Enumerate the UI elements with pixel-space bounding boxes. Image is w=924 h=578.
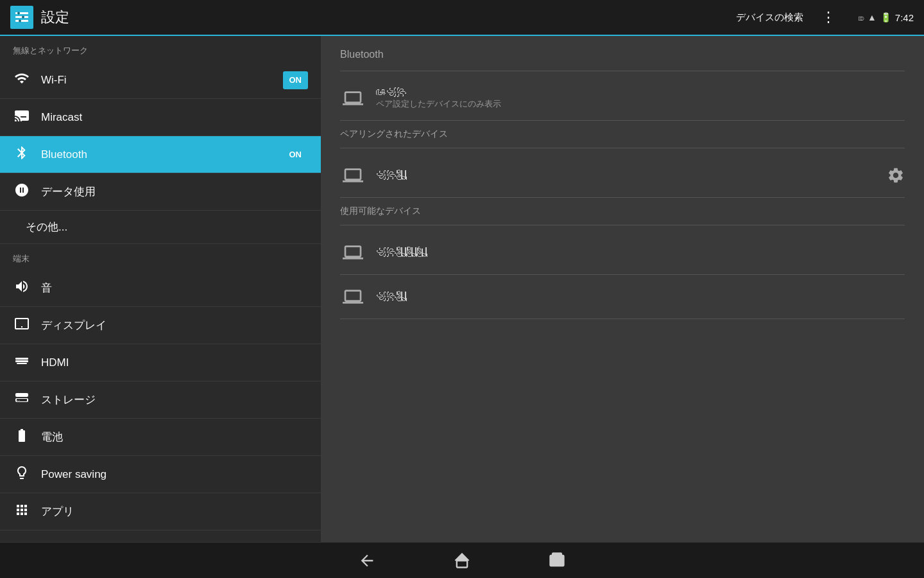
sidebar-item-bluetooth[interactable]: Bluetooth ON bbox=[0, 136, 321, 173]
apps-label: アプリ bbox=[41, 504, 308, 519]
sidebar: 無線とネットワーク Wi-Fi ON Miracast bbox=[0, 36, 321, 542]
page-title: 設定 bbox=[41, 8, 69, 27]
svg-point-3 bbox=[17, 12, 20, 15]
status-bar: ⎄ ▲ 🔋 7:42 bbox=[859, 12, 914, 23]
sidebar-item-apps[interactable]: アプリ bbox=[0, 493, 321, 530]
paired-divider bbox=[340, 148, 905, 148]
wifi-label: Wi-Fi bbox=[41, 74, 273, 87]
svg-rect-11 bbox=[552, 553, 561, 563]
hdmi-label: HDMI bbox=[41, 356, 308, 369]
display-icon bbox=[13, 316, 31, 335]
home-button[interactable] bbox=[453, 552, 471, 570]
available-device-name-1: ꧁꧂꧃꧄꧅ bbox=[376, 247, 905, 258]
this-device-name: ꦰ꧁꧂ bbox=[376, 87, 501, 98]
content-title: Bluetooth bbox=[340, 49, 905, 60]
wifi-icon bbox=[13, 71, 31, 89]
this-device-row: ꦰ꧁꧂ ペア設定したデバイスにのみ表示 bbox=[340, 76, 905, 121]
sound-label: 音 bbox=[41, 281, 308, 295]
paired-section-label: ペアリングされたデバイス bbox=[340, 121, 905, 143]
search-devices-button[interactable]: デバイスの検索 bbox=[731, 9, 809, 26]
available-device-row-1[interactable]: ꧁꧂꧃꧄꧅ bbox=[340, 231, 905, 275]
settings-icon-box bbox=[10, 6, 33, 29]
svg-rect-9 bbox=[457, 561, 467, 568]
sidebar-item-hdmi[interactable]: HDMI bbox=[0, 344, 321, 381]
available-device-icon-1 bbox=[340, 240, 366, 265]
section-device-title: 端末 bbox=[0, 244, 321, 270]
bluetooth-status-icon: ⎄ bbox=[859, 12, 864, 22]
bluetooth-toggle-on: ON bbox=[283, 146, 309, 164]
bluetooth-icon bbox=[13, 145, 31, 164]
bluetooth-toggle[interactable]: ON bbox=[283, 146, 309, 164]
svg-rect-7 bbox=[15, 360, 28, 362]
back-button[interactable] bbox=[358, 552, 376, 570]
available-device-icon-2 bbox=[340, 284, 366, 310]
paired-device-name-1: ꧁꧂꧃ bbox=[376, 170, 877, 181]
this-device-icon bbox=[340, 85, 366, 111]
signal-icon: ▲ bbox=[868, 12, 877, 22]
topbar: 設定 デバイスの検索 ⋮ ⎄ ▲ 🔋 7:42 bbox=[0, 0, 924, 36]
svg-point-4 bbox=[22, 16, 24, 19]
sidebar-item-miracast[interactable]: Miracast bbox=[0, 99, 321, 136]
paired-device-icon-1 bbox=[340, 162, 366, 188]
hdmi-icon bbox=[13, 353, 31, 372]
wifi-toggle-on: ON bbox=[283, 71, 309, 89]
sidebar-item-display[interactable]: ディスプレイ bbox=[0, 307, 321, 344]
sidebar-item-powersaving[interactable]: Power saving bbox=[0, 456, 321, 493]
recents-button[interactable] bbox=[548, 552, 566, 570]
svg-rect-2 bbox=[15, 20, 28, 22]
available-device-row-2[interactable]: ꧁꧂꧃ bbox=[340, 275, 905, 319]
battery-label: 電池 bbox=[41, 430, 308, 444]
available-device-name-2: ꧁꧂꧃ bbox=[376, 291, 905, 302]
sidebar-item-storage[interactable]: ストレージ bbox=[0, 381, 321, 419]
paired-device-settings-button-1[interactable] bbox=[887, 166, 905, 184]
svg-rect-8 bbox=[17, 363, 27, 364]
apps-icon bbox=[13, 502, 31, 521]
top-divider bbox=[340, 71, 905, 71]
svg-rect-6 bbox=[15, 358, 28, 360]
this-device-sub: ペア設定したデバイスにのみ表示 bbox=[376, 98, 501, 110]
powersaving-icon bbox=[13, 465, 31, 484]
battery-icon-sidebar bbox=[13, 428, 31, 446]
this-device-info: ꦰ꧁꧂ ペア設定したデバイスにのみ表示 bbox=[376, 87, 501, 110]
sidebar-item-sound[interactable]: 音 bbox=[0, 270, 321, 307]
clock: 7:42 bbox=[895, 12, 914, 23]
section-wireless-title: 無線とネットワーク bbox=[0, 36, 321, 62]
settings-icon bbox=[14, 10, 30, 25]
wifi-toggle[interactable]: ON bbox=[283, 71, 309, 89]
storage-icon bbox=[13, 390, 31, 409]
storage-label: ストレージ bbox=[41, 392, 308, 407]
bluetooth-label: Bluetooth bbox=[41, 148, 273, 161]
sidebar-item-battery[interactable]: 電池 bbox=[0, 419, 321, 456]
svg-point-5 bbox=[19, 20, 21, 22]
data-label: データ使用 bbox=[41, 184, 308, 199]
topbar-left: 設定 bbox=[10, 6, 69, 29]
sidebar-item-other[interactable]: その他... bbox=[0, 211, 321, 244]
bottom-nav bbox=[0, 542, 924, 578]
content-area: Bluetooth ꦰ꧁꧂ ペア設定したデバイスにのみ表示 ペアリングされたデバ… bbox=[321, 36, 924, 542]
sidebar-item-wifi[interactable]: Wi-Fi ON bbox=[0, 62, 321, 99]
data-icon bbox=[13, 182, 31, 201]
battery-icon: 🔋 bbox=[880, 12, 891, 22]
more-options-button[interactable]: ⋮ bbox=[821, 10, 835, 24]
main-layout: 無線とネットワーク Wi-Fi ON Miracast bbox=[0, 36, 924, 542]
topbar-right: デバイスの検索 ⋮ ⎄ ▲ 🔋 7:42 bbox=[731, 9, 914, 26]
available-divider bbox=[340, 225, 905, 225]
display-label: ディスプレイ bbox=[41, 318, 308, 333]
paired-device-row-1[interactable]: ꧁꧂꧃ bbox=[340, 153, 905, 198]
available-section-label: 使用可能なデバイス bbox=[340, 198, 905, 220]
miracast-icon bbox=[13, 108, 31, 127]
miracast-label: Miracast bbox=[41, 111, 308, 124]
sound-icon bbox=[13, 279, 31, 297]
other-label: その他... bbox=[26, 220, 67, 234]
powersaving-label: Power saving bbox=[41, 468, 308, 481]
sidebar-item-data[interactable]: データ使用 bbox=[0, 173, 321, 211]
